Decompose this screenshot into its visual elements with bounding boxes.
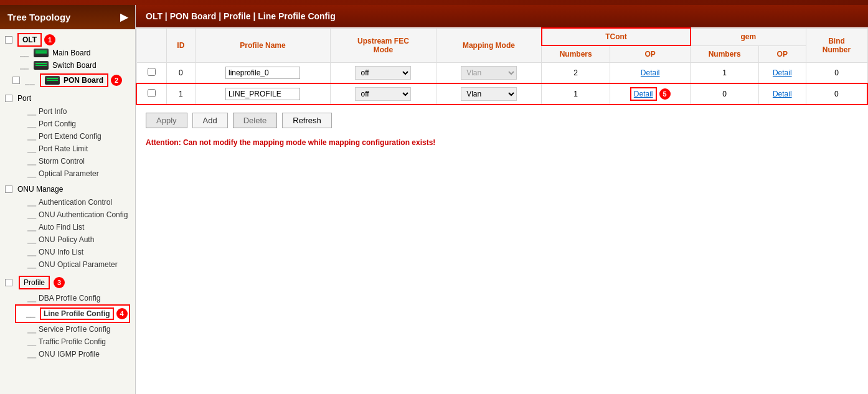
row-gem-numbers: 1 [691,63,758,84]
row-mapping-mode[interactable]: VlanGEMDSCP [436,83,542,105]
port-section-header[interactable]: Port [5,91,130,105]
port-section-label: Port [17,94,31,103]
profile-name-input[interactable] [225,67,300,79]
col-tcont-op-header: OP [610,45,691,63]
profile-section-box: Profile [19,276,50,289]
row-id: 1 [166,83,195,105]
gem-detail-link[interactable]: Detail [773,68,792,77]
sidebar-header: Tree Topology ▶ [0,5,135,29]
delete-button[interactable]: Delete [233,113,278,128]
row-profile-name [195,63,330,84]
add-button[interactable]: Add [192,113,228,128]
pon-board-checkbox[interactable] [12,77,20,84]
line-profile-badge: 4 [116,308,128,319]
row-bind-number: 0 [806,83,867,105]
tcont-detail-link[interactable]: Detail [630,87,657,101]
col-tcont-header: TCont [542,28,691,45]
row-profile-name [195,83,330,105]
breadcrumb-text: OLT | PON Board | Profile | Line Profile… [146,11,336,21]
col-checkbox-header [136,28,166,63]
switch-board-label: Switch Board [52,61,97,70]
nav-item-auth-control[interactable]: ⎯⎯Authentication Control [15,196,130,209]
profile-section-header[interactable]: Profile 3 [5,273,130,292]
nav-item-port-extend[interactable]: ⎯⎯Port Extend Config [15,130,130,143]
nav-item-traffic-profile[interactable]: ⎯⎯Traffic Profile Config [15,335,130,348]
onu-nav-section: ⎯⎯Authentication Control ⎯⎯ONU Authentic… [5,196,130,271]
main-board-label: Main Board [52,49,90,57]
row-checkbox[interactable] [148,89,156,97]
row-gem-op: Detail [758,83,806,105]
nav-item-onu-policy[interactable]: ⎯⎯ONU Policy Auth [15,233,130,246]
gem-detail-link[interactable]: Detail [773,90,792,98]
sidebar-collapse-icon[interactable]: ▶ [120,11,128,23]
onu-checkbox[interactable] [5,185,12,193]
row-tcont-numbers: 2 [542,63,610,84]
row-tcont-op: Detail [610,63,691,84]
row-bind-number: 0 [806,63,867,84]
pon-board-icon [45,76,60,85]
nav-item-storm-control[interactable]: ⎯⎯Storm Control [15,155,130,167]
col-id-header: ID [166,28,195,63]
profile-section-label: Profile [24,278,45,287]
port-nav-section: ⎯⎯Port Info ⎯⎯Port Config ⎯⎯Port Extend … [5,105,130,180]
nav-item-optical-param[interactable]: ⎯⎯Optical Parameter [15,167,130,180]
col-tcont-numbers-header: Numbers [542,45,610,63]
onu-section-label: ONU Manage [17,185,63,194]
nav-item-onu-optical[interactable]: ⎯⎯ONU Optical Parameter [15,258,130,271]
olt-tree-item[interactable]: OLT 1 [5,33,130,47]
mapping-mode-select[interactable]: VlanGEMDSCP [461,87,517,101]
nav-item-port-config[interactable]: ⎯⎯Port Config [15,118,130,130]
profile-checkbox[interactable] [5,279,12,286]
pon-board-item[interactable]: ⎯⎯ PON Board 2 [5,72,130,89]
row-upstream-fec[interactable]: offon [331,83,436,105]
action-buttons: Apply Add Delete Refresh [136,105,868,136]
row-checkbox[interactable] [148,68,156,76]
switch-board-icon [34,61,49,70]
attention-message: Attention: Can not modify the mapping mo… [136,136,868,149]
mapping-mode-select[interactable]: VlanGEMDSCP [461,66,517,80]
apply-button[interactable]: Apply [146,113,187,128]
nav-item-port-info[interactable]: ⎯⎯Port Info [15,105,130,118]
col-gem-op-header: OP [758,45,806,63]
upstream-fec-select[interactable]: offon [355,66,411,80]
upstream-fec-select[interactable]: offon [355,87,411,101]
detail-badge: 5 [659,88,671,100]
nav-item-onu-auth-config[interactable]: ⎯⎯ONU Authentication Config [15,209,130,221]
profile-table: ID Profile Name Upstream FEC Mode Mappin… [136,27,868,105]
table-row: 1offonVlanGEMDSCP1Detail50Detail0 [136,83,867,105]
col-bind-header: Bind Number [806,28,867,63]
nav-item-port-rate[interactable]: ⎯⎯Port Rate Limit [15,143,130,155]
port-checkbox[interactable] [5,95,12,102]
olt-badge: 1 [44,34,55,45]
col-mapping-mode-header: Mapping Mode [436,28,542,63]
row-gem-numbers: 0 [691,83,758,105]
row-id: 0 [166,63,195,84]
olt-checkbox[interactable] [5,36,12,44]
sidebar: Tree Topology ▶ OLT 1 ⎯⎯ Main Board ⎯⎯ S… [0,5,136,394]
main-board-item[interactable]: ⎯⎯ Main Board [5,47,130,59]
refresh-button[interactable]: Refresh [282,113,332,128]
switch-board-item[interactable]: ⎯⎯ Switch Board [5,59,130,72]
col-gem-header: gem [691,28,806,45]
main-content: OLT | PON Board | Profile | Line Profile… [136,5,868,394]
nav-item-service-profile[interactable]: ⎯⎯Service Profile Config [15,323,130,335]
olt-label[interactable]: OLT [17,33,42,47]
attention-label: Attention: [146,138,181,147]
attention-text: Can not modify the mapping mode while ma… [183,138,435,147]
profile-nav-section: ⎯⎯DBA Profile Config ⎯⎯ Line Profile Con… [5,292,130,360]
nav-item-auto-find[interactable]: ⎯⎯Auto Find List [15,221,130,233]
line-profile-label[interactable]: Line Profile Config [40,307,114,320]
nav-item-onu-igmp[interactable]: ⎯⎯ONU IGMP Profile [15,348,130,360]
nav-item-line-profile[interactable]: ⎯⎯ Line Profile Config 4 [15,304,130,323]
nav-item-onu-info[interactable]: ⎯⎯ONU Info List [15,246,130,258]
row-tcont-op: Detail5 [610,83,691,105]
nav-item-dba-profile[interactable]: ⎯⎯DBA Profile Config [15,292,130,304]
onu-section-header[interactable]: ONU Manage [5,182,130,196]
row-upstream-fec[interactable]: offon [331,63,436,84]
row-tcont-numbers: 1 [542,83,610,105]
row-mapping-mode[interactable]: VlanGEMDSCP [436,63,542,84]
tcont-detail-link[interactable]: Detail [641,68,660,77]
pon-badge: 2 [111,75,122,86]
profile-name-input[interactable] [225,88,300,100]
pon-board-label[interactable]: PON Board [40,73,108,87]
